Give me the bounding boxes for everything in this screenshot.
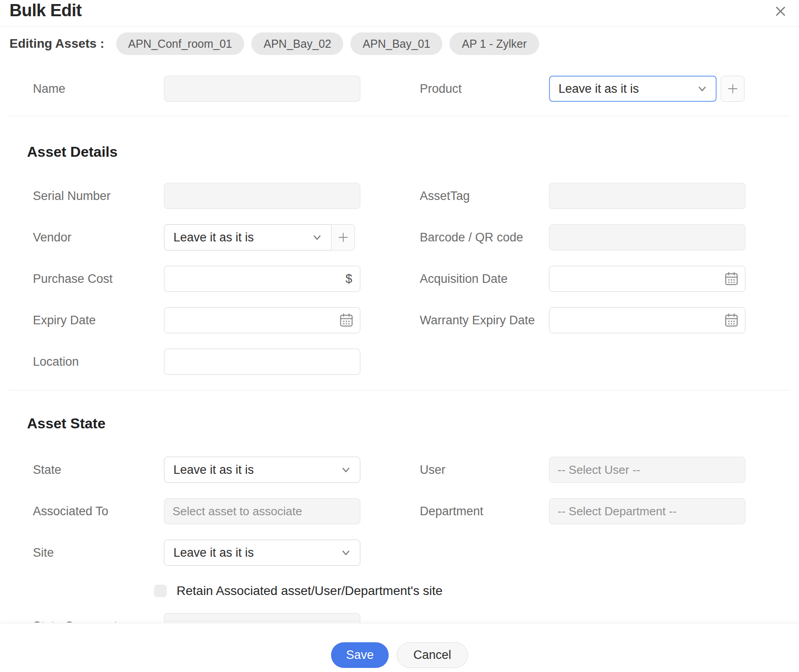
chevron-down-icon xyxy=(696,83,708,95)
barcode-field[interactable] xyxy=(549,224,745,250)
asset-chip[interactable]: APN_Bay_02 xyxy=(251,32,343,55)
calendar-icon[interactable] xyxy=(723,271,740,287)
plus-icon xyxy=(337,231,350,244)
dialog-header: Bulk Edit xyxy=(0,0,799,27)
editing-assets-row: Editing Assets : APN_Conf_room_01 APN_Ba… xyxy=(9,32,799,55)
warranty-expiry-date-label: Warranty Expiry Date xyxy=(420,307,549,333)
chevron-down-icon xyxy=(340,547,352,558)
expiry-date-field[interactable] xyxy=(164,307,360,333)
chevron-down-icon xyxy=(340,464,352,476)
department-field[interactable] xyxy=(549,498,745,524)
close-button[interactable] xyxy=(773,4,788,19)
associated-to-label: Associated To xyxy=(33,498,164,524)
retain-site-label: Retain Associated asset/User/Department'… xyxy=(177,584,443,598)
vendor-select[interactable]: Leave it as it is xyxy=(164,224,331,250)
serial-number-label: Serial Number xyxy=(33,183,164,209)
asset-chip-list: APN_Conf_room_01 APN_Bay_02 APN_Bay_01 A… xyxy=(116,32,539,55)
associated-department-row: Associated To Department xyxy=(33,498,799,524)
warranty-expiry-date-field[interactable] xyxy=(549,307,745,333)
asset-state-heading: Asset State xyxy=(27,415,799,431)
state-comments-label: State Comments xyxy=(33,613,164,622)
acquisition-date-label: Acquisition Date xyxy=(420,266,549,292)
site-select[interactable]: Leave it as it is xyxy=(164,540,360,566)
state-comments-field[interactable] xyxy=(164,613,360,622)
barcode-label: Barcode / QR code xyxy=(420,224,549,250)
general-row: Name Product Leave it as it is xyxy=(33,76,799,102)
dialog-body: Editing Assets : APN_Conf_room_01 APN_Ba… xyxy=(0,27,799,622)
vendor-label: Vendor xyxy=(33,224,164,250)
product-label: Product xyxy=(420,76,549,102)
bulk-edit-dialog: Bulk Edit Editing Assets : APN_Conf_room… xyxy=(0,0,799,672)
site-label: Site xyxy=(33,540,164,566)
site-row: Site Leave it as it is xyxy=(33,540,799,566)
dialog-footer: Save Cancel xyxy=(0,623,799,672)
asset-chip[interactable]: APN_Conf_room_01 xyxy=(116,32,245,55)
user-label: User xyxy=(420,457,549,483)
expiry-date-label: Expiry Date xyxy=(33,307,164,333)
retain-site-checkbox[interactable] xyxy=(154,585,167,597)
department-label: Department xyxy=(420,498,549,524)
purchase-cost-field[interactable] xyxy=(164,266,360,292)
purchase-cost-label: Purchase Cost xyxy=(33,266,164,292)
asset-chip[interactable]: APN_Bay_01 xyxy=(350,32,442,55)
location-row: Location xyxy=(33,349,799,375)
location-field[interactable] xyxy=(164,349,360,375)
section-divider xyxy=(9,116,790,116)
serial-number-field[interactable] xyxy=(164,183,360,209)
cancel-button[interactable]: Cancel xyxy=(397,642,468,668)
calendar-icon[interactable] xyxy=(723,312,740,328)
add-vendor-button[interactable] xyxy=(331,224,355,250)
asset-details-heading: Asset Details xyxy=(27,144,799,160)
expiry-warranty-row: Expiry Date xyxy=(33,307,799,333)
close-icon xyxy=(774,5,787,18)
retain-site-row: Retain Associated asset/User/Department'… xyxy=(154,584,799,598)
asset-tag-label: AssetTag xyxy=(420,183,549,209)
calendar-icon[interactable] xyxy=(338,312,354,328)
state-comments-row: State Comments xyxy=(33,613,799,622)
chevron-down-icon xyxy=(311,232,323,243)
location-label: Location xyxy=(33,349,164,375)
name-field[interactable] xyxy=(164,76,360,102)
asset-tag-field[interactable] xyxy=(549,183,745,209)
acquisition-date-field[interactable] xyxy=(549,266,745,292)
currency-suffix: $ xyxy=(345,272,352,286)
page-title: Bulk Edit xyxy=(9,1,82,20)
save-button[interactable]: Save xyxy=(331,642,389,668)
asset-chip[interactable]: AP 1 - Zylker xyxy=(449,32,539,55)
state-select[interactable]: Leave it as it is xyxy=(164,457,360,483)
plus-icon xyxy=(726,82,739,95)
state-user-row: State Leave it as it is User xyxy=(33,457,799,483)
cost-acquisition-row: Purchase Cost $ Acquisition Date xyxy=(33,266,799,292)
user-field[interactable] xyxy=(549,457,745,483)
product-select[interactable]: Leave it as it is xyxy=(549,76,717,102)
section-divider xyxy=(9,390,790,390)
state-label: State xyxy=(33,457,164,483)
serial-assettag-row: Serial Number AssetTag xyxy=(33,183,799,209)
associated-to-field[interactable] xyxy=(164,498,360,524)
vendor-barcode-row: Vendor Leave it as it is xyxy=(33,224,799,250)
add-product-button[interactable] xyxy=(721,76,745,102)
editing-assets-label: Editing Assets : xyxy=(9,36,104,51)
name-label: Name xyxy=(33,76,164,102)
